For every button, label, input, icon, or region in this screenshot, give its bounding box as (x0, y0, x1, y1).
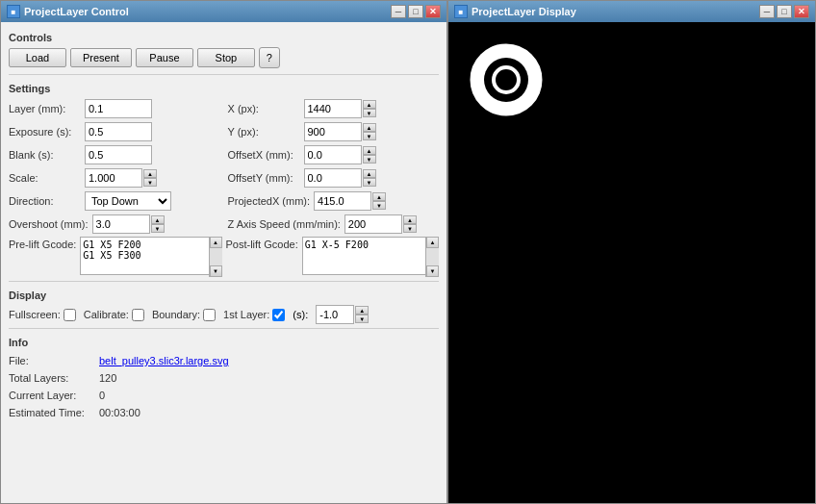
calibrate-label-text: Calibrate: (84, 309, 129, 320)
postlift-scroll-track (426, 248, 439, 265)
settings-right-col: X (px): ▲ ▼ Y (px): (228, 98, 440, 235)
maximize-button[interactable]: □ (408, 5, 423, 18)
postlift-gcode-label: Post-lift Gcode: (226, 237, 298, 277)
info-header: Info (9, 337, 439, 348)
display-window-icon: ■ (454, 5, 468, 18)
help-button[interactable]: ? (259, 47, 280, 68)
x-px-spin-down[interactable]: ▼ (363, 109, 376, 117)
projectedx-spin: ▲ ▼ (314, 191, 386, 211)
boundary-checkbox[interactable] (203, 309, 216, 321)
fullscreen-label[interactable]: Fullscreen: (9, 309, 76, 321)
direction-select[interactable]: Top Down Bottom Up (85, 191, 171, 211)
y-px-input[interactable] (304, 122, 362, 141)
z-speed-row: Z Axis Speed (mm/min): ▲ ▼ (228, 214, 440, 235)
display-options-row: Fullscreen: Calibrate: Boundary: 1st Lay… (9, 305, 439, 324)
overshoot-spin-down[interactable]: ▼ (151, 224, 165, 233)
pause-button[interactable]: Pause (136, 48, 193, 67)
offsety-label: OffsetY (mm): (228, 172, 300, 184)
postlift-gcode-wrapper: G1 X-5 F200 ▲ ▼ (302, 237, 439, 277)
prelift-gcode-col: Pre-lift Gcode: G1 X5 F200 G1 X5 F300 ▲ … (9, 237, 222, 277)
layer-input[interactable] (85, 99, 152, 118)
display-title-bar: ■ ProjectLayer Display ─ □ ✕ (448, 1, 815, 22)
postlift-scroll-down[interactable]: ▼ (426, 265, 439, 277)
estimated-time-row: Estimated Time: 00:03:00 (9, 404, 439, 421)
present-button[interactable]: Present (70, 48, 132, 67)
prelift-gcode-input[interactable]: G1 X5 F200 G1 X5 F300 (80, 237, 221, 275)
prelift-scroll-track (210, 248, 222, 265)
close-button[interactable]: ✕ (425, 5, 441, 18)
offsetx-spin-down[interactable]: ▼ (363, 155, 376, 164)
scale-spin-down[interactable]: ▼ (143, 178, 157, 187)
s-value-input[interactable] (316, 305, 354, 324)
display-maximize-button[interactable]: □ (777, 5, 792, 18)
prelift-scroll-down[interactable]: ▼ (210, 265, 222, 277)
x-px-spin-up[interactable]: ▲ (363, 100, 376, 109)
control-content: Controls Load Present Pause Stop ? Setti… (1, 22, 446, 503)
file-label: File: (9, 355, 95, 366)
projectedx-spin-down[interactable]: ▼ (372, 201, 386, 210)
offsety-spin-down[interactable]: ▼ (363, 178, 376, 187)
calibrate-checkbox[interactable] (132, 309, 144, 321)
blank-label: Blank (s): (9, 149, 81, 161)
controls-buttons-row: Load Present Pause Stop ? (9, 47, 439, 68)
x-px-input[interactable] (304, 99, 362, 118)
total-layers-label: Total Layers: (9, 372, 95, 384)
s-spin-up[interactable]: ▲ (355, 306, 369, 315)
display-close-button[interactable]: ✕ (794, 5, 809, 18)
offsety-input[interactable] (304, 168, 362, 188)
projectedx-spin-up[interactable]: ▲ (372, 192, 386, 201)
offsety-row: OffsetY (mm): ▲ ▼ (228, 167, 440, 189)
control-title-bar: ■ ProjectLayer Control ─ □ ✕ (1, 1, 446, 22)
y-px-row: Y (px): ▲ ▼ (228, 121, 440, 142)
offsetx-label: OffsetX (mm): (228, 149, 300, 161)
first-layer-checkbox[interactable] (272, 309, 285, 321)
gcode-section: Pre-lift Gcode: G1 X5 F200 G1 X5 F300 ▲ … (9, 237, 439, 277)
stop-button[interactable]: Stop (197, 48, 255, 67)
fullscreen-checkbox[interactable] (64, 309, 76, 321)
postlift-gcode-input[interactable]: G1 X-5 F200 (302, 237, 439, 275)
scale-spin-up[interactable]: ▲ (143, 169, 157, 178)
display-minimize-button[interactable]: ─ (759, 5, 775, 18)
total-layers-row: Total Layers: 120 (9, 369, 439, 387)
z-speed-spin-buttons: ▲ ▼ (403, 215, 417, 233)
overshoot-spin: ▲ ▼ (92, 214, 165, 234)
load-button[interactable]: Load (9, 48, 66, 67)
x-px-spin-buttons: ▲ ▼ (363, 100, 376, 117)
boundary-label[interactable]: Boundary: (152, 309, 216, 321)
prelift-scroll-up[interactable]: ▲ (210, 237, 222, 248)
offsety-spin-buttons: ▲ ▼ (363, 169, 376, 187)
overshoot-input[interactable] (92, 214, 150, 234)
first-layer-label[interactable]: 1st Layer: (223, 309, 285, 321)
overshoot-spin-up[interactable]: ▲ (151, 215, 165, 224)
exposure-input[interactable] (85, 122, 152, 141)
postlift-scroll: ▲ ▼ (425, 237, 439, 277)
calibrate-label[interactable]: Calibrate: (84, 309, 144, 321)
window-icon: ■ (7, 5, 20, 18)
exposure-label: Exposure (s): (9, 126, 81, 138)
display-canvas (448, 22, 815, 503)
offsetx-spin-up[interactable]: ▲ (363, 146, 376, 155)
postlift-gcode-col: Post-lift Gcode: G1 X-5 F200 ▲ ▼ (226, 237, 440, 277)
s-spin-down[interactable]: ▼ (355, 315, 369, 323)
projectedx-spin-buttons: ▲ ▼ (372, 192, 386, 210)
postlift-scroll-up[interactable]: ▲ (426, 237, 439, 248)
z-speed-input[interactable] (344, 214, 402, 234)
current-layer-row: Current Layer: 0 (9, 387, 439, 404)
scale-input[interactable] (85, 168, 142, 188)
estimated-time-value: 00:03:00 (99, 407, 140, 418)
file-value[interactable]: belt_pulley3.slic3r.large.svg (99, 355, 229, 366)
display-header: Display (9, 290, 439, 301)
current-layer-value: 0 (99, 390, 105, 401)
minimize-button[interactable]: ─ (391, 5, 406, 18)
y-px-spin-down[interactable]: ▼ (363, 132, 376, 140)
s-spin-buttons: ▲ ▼ (355, 306, 369, 323)
offsety-spin-up[interactable]: ▲ (363, 169, 376, 178)
blank-input[interactable] (85, 145, 152, 164)
z-speed-spin-up[interactable]: ▲ (403, 215, 417, 224)
total-layers-value: 120 (99, 372, 116, 384)
z-speed-spin: ▲ ▼ (344, 214, 417, 234)
y-px-spin-up[interactable]: ▲ (363, 123, 376, 132)
z-speed-spin-down[interactable]: ▼ (403, 224, 417, 233)
offsetx-input[interactable] (304, 145, 362, 164)
projectedx-input[interactable] (314, 191, 371, 211)
